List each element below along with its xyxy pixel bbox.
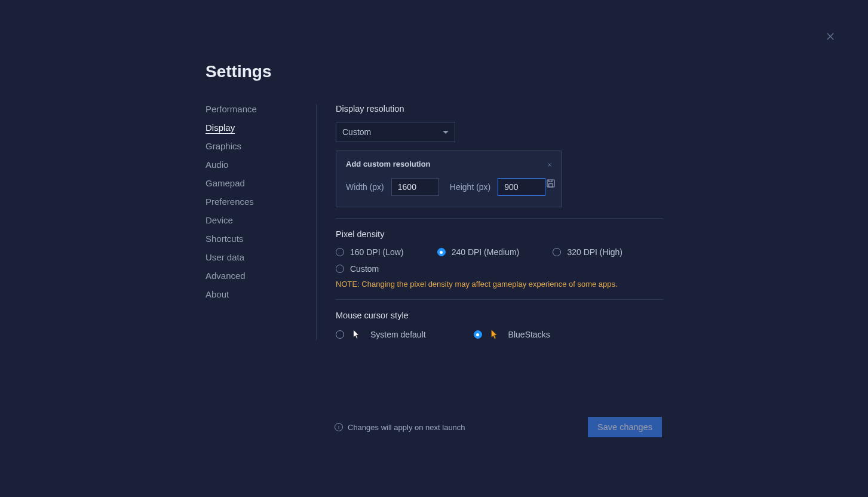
dpi-custom-label: Custom	[350, 264, 379, 274]
resolution-select[interactable]: Custom	[336, 122, 455, 142]
sidebar-item-display[interactable]: Display	[206, 122, 304, 133]
panel-close-icon[interactable]	[547, 159, 553, 165]
display-resolution-label: Display resolution	[336, 104, 663, 113]
sidebar-item-preferences[interactable]: Preferences	[206, 197, 304, 207]
svg-rect-0	[547, 180, 554, 187]
mouse-cursor-label: Mouse cursor style	[336, 311, 663, 320]
cursor-arrow-white-icon	[352, 329, 362, 340]
dpi-240-radio[interactable]: 240 DPI (Medium)	[437, 247, 520, 257]
dpi-240-label: 240 DPI (Medium)	[452, 247, 520, 257]
settings-sidebar: Performance Display Graphics Audio Gamep…	[206, 104, 317, 340]
footer-note: i Changes will apply on next launch	[335, 423, 465, 432]
save-resolution-icon[interactable]	[546, 179, 556, 188]
dpi-320-radio[interactable]: 320 DPI (High)	[553, 247, 622, 257]
chevron-down-icon	[443, 131, 449, 134]
cursor-system-default-radio[interactable]: System default	[336, 329, 426, 340]
dpi-160-label: 160 DPI (Low)	[350, 247, 403, 257]
width-label: Width (px)	[346, 182, 384, 192]
resolution-select-value: Custom	[342, 127, 371, 137]
cursor-system-default-label: System default	[370, 330, 426, 339]
height-label: Height (px)	[450, 182, 490, 192]
custom-resolution-panel: Add custom resolution Width (px) Height …	[336, 151, 562, 207]
pixel-density-note: NOTE: Changing the pixel density may aff…	[336, 280, 663, 289]
sidebar-item-audio[interactable]: Audio	[206, 159, 304, 170]
footer-note-text: Changes will apply on next launch	[348, 423, 465, 432]
custom-resolution-title: Add custom resolution	[346, 159, 551, 168]
sidebar-item-performance[interactable]: Performance	[206, 104, 304, 115]
info-icon: i	[335, 423, 343, 431]
svg-rect-1	[549, 184, 553, 187]
page-title: Settings	[206, 62, 663, 81]
pixel-density-label: Pixel density	[336, 229, 663, 239]
cursor-bluestacks-radio[interactable]: BlueStacks	[474, 329, 550, 340]
sidebar-item-advanced[interactable]: Advanced	[206, 271, 304, 281]
dpi-320-label: 320 DPI (High)	[567, 247, 622, 257]
sidebar-item-about[interactable]: About	[206, 289, 304, 300]
save-changes-button[interactable]: Save changes	[588, 417, 662, 437]
width-input[interactable]	[391, 178, 439, 196]
cursor-bluestacks-label: BlueStacks	[508, 330, 550, 339]
close-icon[interactable]	[825, 31, 836, 42]
sidebar-item-graphics[interactable]: Graphics	[206, 141, 304, 152]
sidebar-item-gamepad[interactable]: Gamepad	[206, 178, 304, 189]
dpi-160-radio[interactable]: 160 DPI (Low)	[336, 247, 403, 257]
dpi-custom-radio[interactable]: Custom	[336, 264, 379, 274]
height-input[interactable]	[498, 178, 545, 196]
cursor-arrow-orange-icon	[490, 329, 500, 340]
sidebar-item-shortcuts[interactable]: Shortcuts	[206, 234, 304, 244]
sidebar-item-device[interactable]: Device	[206, 215, 304, 226]
sidebar-item-user-data[interactable]: User data	[206, 252, 304, 263]
